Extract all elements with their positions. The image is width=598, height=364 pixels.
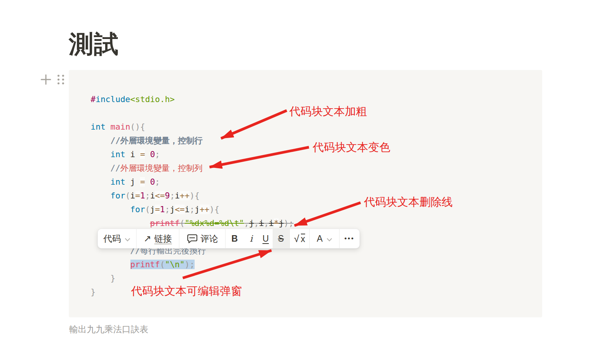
- page-title[interactable]: 測試: [69, 28, 119, 61]
- drag-handle[interactable]: [56, 74, 66, 86]
- code-token: 1: [140, 191, 145, 200]
- code-token: );: [284, 218, 294, 228]
- underline-label: U: [262, 234, 269, 244]
- bold-button[interactable]: B: [226, 229, 244, 248]
- code-token: //: [110, 163, 120, 173]
- code-token: ;: [155, 177, 160, 187]
- code-block-caption[interactable]: 輸出九九乘法口訣表: [69, 323, 148, 335]
- code-token: [91, 205, 130, 214]
- code-token: i: [130, 191, 135, 200]
- code-token: =: [155, 205, 160, 214]
- code-line: int i = 0;: [91, 148, 294, 161]
- code-token: main: [110, 122, 130, 132]
- code-token: [106, 122, 110, 132]
- code-line: printf("\n");: [91, 258, 294, 271]
- code-token: =: [140, 150, 145, 159]
- code-token: ;: [145, 191, 150, 200]
- code-token: 0: [150, 150, 155, 159]
- text-color-label: A: [317, 234, 323, 244]
- code-line: //外層環境變量，控制行: [91, 134, 294, 148]
- code-token: *: [274, 218, 279, 228]
- comment-label: 评论: [200, 233, 218, 245]
- sqrt-x-label: x: [301, 234, 306, 244]
- code-token: [91, 177, 110, 187]
- block-type-selector[interactable]: 代码: [98, 229, 136, 248]
- code-token: <=: [175, 205, 185, 214]
- code-token: [91, 260, 130, 269]
- underline-button[interactable]: U: [259, 229, 273, 248]
- code-token: ,: [264, 218, 269, 228]
- code-token: ;: [155, 150, 160, 159]
- code-token: ){: [210, 205, 219, 214]
- comment-bubble-icon: [187, 233, 197, 244]
- code-token: =: [140, 177, 145, 187]
- format-toolbar: 代码 ↗ 链接 评论 B i U S √x A •••: [98, 229, 360, 249]
- code-token: ,: [244, 218, 249, 228]
- strikethrough-label: S: [278, 234, 284, 244]
- code-token: i: [269, 218, 274, 228]
- code-token: 0: [150, 177, 155, 187]
- code-line: int j = 0;: [91, 175, 294, 189]
- code-token: 外層環境變量，控制列: [120, 163, 203, 173]
- strikethrough-button[interactable]: S: [273, 229, 289, 248]
- code-line: }: [91, 285, 294, 299]
- code-token: j: [279, 218, 284, 228]
- code-token: [145, 177, 150, 187]
- code-token: i: [150, 191, 155, 200]
- code-token: ,: [254, 218, 259, 228]
- italic-label: i: [250, 234, 252, 244]
- external-link-icon: ↗: [143, 233, 151, 244]
- chevron-down-icon: [327, 234, 332, 244]
- code-token: (: [145, 205, 150, 214]
- code-token: }: [91, 287, 96, 297]
- more-options-icon: •••: [344, 235, 355, 242]
- code-line: for(i=1;i<=9;i++){: [91, 189, 294, 203]
- code-token: [91, 150, 110, 159]
- code-token: j: [170, 205, 175, 214]
- code-token: #: [91, 94, 96, 104]
- code-token: i: [185, 205, 190, 214]
- equation-button[interactable]: √x: [290, 229, 310, 248]
- code-token: [91, 191, 110, 200]
- code-token: int: [110, 150, 125, 159]
- code-token: ;: [165, 205, 170, 214]
- code-token: "\n": [165, 260, 185, 269]
- more-options-button[interactable]: •••: [340, 229, 359, 248]
- code-line: printf("%dx%d=%d\t",j,i,i*j);: [91, 216, 294, 230]
- code-line: #include<stdio.h>: [91, 93, 294, 106]
- code-token: j: [249, 218, 254, 228]
- chevron-down-icon: [125, 234, 130, 244]
- code-token: (){: [130, 122, 145, 132]
- add-block-button[interactable]: [40, 73, 52, 87]
- code-token: "%dx%d=%d\t": [185, 218, 244, 228]
- code-token: j: [150, 205, 155, 214]
- code-token: include: [96, 94, 130, 104]
- code-token: for: [110, 191, 125, 200]
- code-line: for(j=1;j<=i;j++){: [91, 203, 294, 216]
- sqrt-icon: √: [294, 233, 299, 244]
- code-token: i: [125, 150, 140, 159]
- code-token: [91, 163, 110, 173]
- comment-button[interactable]: 评论: [179, 229, 225, 248]
- code-line: }: [91, 271, 294, 285]
- italic-button[interactable]: i: [244, 229, 259, 248]
- code-token: ){: [190, 191, 200, 200]
- code-token: (: [125, 191, 130, 200]
- code-block[interactable]: #include<stdio.h> int main(){ //外層環境變量，控…: [69, 70, 542, 317]
- code-token: 9: [165, 191, 170, 200]
- bold-label: B: [231, 234, 238, 244]
- link-button[interactable]: ↗ 链接: [136, 229, 179, 248]
- code-token: ++: [180, 191, 190, 200]
- code-token: printf: [150, 218, 180, 228]
- code-token: for: [130, 205, 145, 214]
- code-token: printf: [130, 260, 160, 269]
- text-color-button[interactable]: A: [310, 229, 339, 248]
- code-token: [91, 136, 110, 145]
- code-token: (: [180, 218, 185, 228]
- code-token: j: [125, 177, 140, 187]
- code-token: }: [110, 273, 115, 283]
- code-token: j: [195, 205, 200, 214]
- code-token: i: [175, 191, 180, 200]
- code-lines[interactable]: #include<stdio.h> int main(){ //外層環境變量，控…: [91, 93, 294, 299]
- block-type-label: 代码: [103, 233, 121, 245]
